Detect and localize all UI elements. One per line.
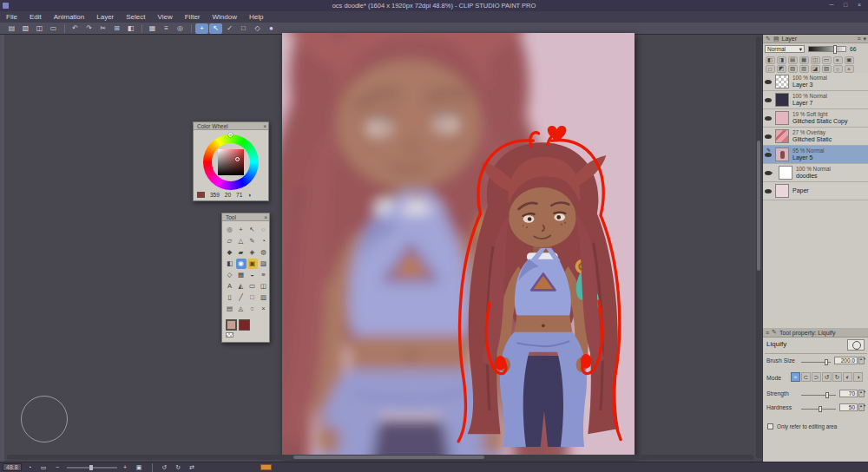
menu-icon[interactable]: ≡ xyxy=(833,56,843,64)
strength-slider[interactable] xyxy=(801,395,836,396)
panel-icon[interactable]: ▣ xyxy=(845,56,854,64)
maximize-button[interactable]: □ xyxy=(838,0,852,11)
layer-name[interactable]: doodles xyxy=(796,173,818,179)
tool-icon[interactable]: ○ xyxy=(247,304,258,314)
hardness-slider[interactable] xyxy=(801,409,836,410)
hue-marker[interactable] xyxy=(228,133,233,137)
export-icon[interactable]: ▭ xyxy=(47,23,60,34)
vertical-scrollbar[interactable] xyxy=(756,36,761,458)
saturation-value-square[interactable] xyxy=(218,149,244,175)
move-tool-icon[interactable]: + xyxy=(195,23,208,34)
layer-row[interactable]: 100 % Normal Layer 7 xyxy=(763,91,868,109)
palette-icon[interactable]: ▤ xyxy=(773,36,779,43)
layer-visibility-toggle[interactable] xyxy=(765,116,772,121)
tool-icon[interactable]: + xyxy=(236,225,247,235)
record-icon[interactable]: ● xyxy=(265,23,278,34)
menu-file[interactable]: File xyxy=(0,11,23,23)
strength-slider-thumb[interactable] xyxy=(825,392,829,398)
brush-size-value[interactable]: 200.0 xyxy=(834,357,858,364)
rotate-cw-icon[interactable]: ↻ xyxy=(174,463,183,472)
layer-tab-label[interactable]: Layer xyxy=(782,36,798,42)
delete-layer-icon[interactable]: × xyxy=(845,65,854,73)
layer-thumbnail[interactable] xyxy=(775,75,789,88)
tool-icon[interactable]: ▦ xyxy=(236,270,247,280)
strength-value[interactable]: 70 xyxy=(839,390,858,397)
tool-icon[interactable]: ◫ xyxy=(259,281,269,292)
layer-row-selected[interactable]: ✎ 95 % Normal Layer 5 xyxy=(763,146,868,164)
tool-icon[interactable]: ◒ xyxy=(247,270,258,280)
draft-icon[interactable]: ▨ xyxy=(788,65,798,73)
brush-tool-icon-active[interactable]: ◉ xyxy=(236,259,247,269)
tool-icon[interactable]: ◈ xyxy=(247,247,258,258)
vertical-scrollbar-thumb[interactable] xyxy=(757,141,760,271)
layer-thumbnail[interactable] xyxy=(775,184,789,198)
menu-animation[interactable]: Animation xyxy=(48,11,91,23)
tool-icon[interactable]: ▯ xyxy=(225,292,235,303)
tool-icon[interactable]: ◍ xyxy=(259,247,269,258)
settings-icon[interactable]: ≡ xyxy=(160,23,173,34)
mode-expand-icon[interactable]: ⊂ xyxy=(801,372,811,382)
flip-horizontal-icon[interactable]: ⇄ xyxy=(187,463,197,472)
lock-icon[interactable]: □ xyxy=(766,65,775,73)
tool-icon[interactable]: △ xyxy=(236,236,247,246)
blend-mode-select[interactable]: Normal ▾ xyxy=(765,45,805,53)
palette-color-icon[interactable]: ◪ xyxy=(811,65,820,73)
line-tool-icon[interactable]: ╱ xyxy=(236,292,247,303)
fit-screen-icon[interactable]: ▣ xyxy=(135,463,144,472)
eye-all-icon[interactable]: ○ xyxy=(833,65,843,73)
layer-opacity-slider[interactable] xyxy=(808,46,846,52)
tool-icon[interactable]: ↖ xyxy=(247,225,258,235)
layer-thumbnail[interactable] xyxy=(775,111,789,125)
tool-icon[interactable]: ◆ xyxy=(225,247,235,258)
tool-icon[interactable]: ◌ xyxy=(259,225,269,235)
tool-icon[interactable]: ◬ xyxy=(236,304,247,314)
sub-color-swatch[interactable] xyxy=(239,319,250,331)
undo-icon[interactable]: ↶ xyxy=(69,23,82,34)
main-color-swatch[interactable] xyxy=(226,319,237,331)
new-layer-icon[interactable]: ▤ xyxy=(788,56,798,64)
zoom-value[interactable]: 48.8 xyxy=(3,463,22,471)
document-canvas[interactable] xyxy=(282,33,635,456)
zoom-slider-thumb[interactable] xyxy=(89,465,93,470)
tool-icon[interactable]: ◎ xyxy=(225,225,235,235)
reference-icon[interactable]: ▥ xyxy=(799,65,809,73)
new-folder-icon[interactable]: ▦ xyxy=(799,56,809,64)
layer-row[interactable]: Paper xyxy=(763,182,868,200)
tool-icon[interactable]: ▤ xyxy=(225,304,235,314)
layer-name[interactable]: Glitched Static Copy xyxy=(792,118,847,124)
page-icon[interactable]: ▭ xyxy=(39,463,49,472)
layer-row[interactable]: 100 % Normal Layer 3 xyxy=(763,73,868,91)
layer-name[interactable]: Layer 5 xyxy=(792,154,812,161)
hardness-slider-thumb[interactable] xyxy=(819,406,822,412)
menu-select[interactable]: Select xyxy=(120,11,151,23)
tool-icon[interactable]: □ xyxy=(247,292,258,303)
mode-soften-icon[interactable]: ◐ xyxy=(843,372,852,382)
spinner-control[interactable]: ▲▼ xyxy=(858,357,865,364)
color-wheel-panel-title[interactable]: Color Wheel × xyxy=(194,122,268,130)
tool-icon[interactable]: ▨ xyxy=(259,259,269,269)
frame-icon[interactable]: □ xyxy=(237,23,250,34)
menu-layer[interactable]: Layer xyxy=(90,11,120,23)
tool-icon[interactable]: ◧ xyxy=(225,259,235,269)
mode-twirl-ccw-icon[interactable]: ↺ xyxy=(822,372,832,382)
tool-icon[interactable]: × xyxy=(259,304,269,314)
layer-name[interactable]: Paper xyxy=(792,187,809,193)
fill-icon[interactable]: ▦ xyxy=(146,23,159,34)
zoom-in-icon[interactable]: + xyxy=(121,463,130,472)
layer-visibility-toggle[interactable] xyxy=(765,134,772,139)
wheel-mode-icon[interactable]: ◑ xyxy=(247,192,251,198)
close-button[interactable]: × xyxy=(852,0,866,11)
layer-row[interactable]: 27 % Overlay Glitched Static xyxy=(763,128,868,146)
brush-shape-preview[interactable] xyxy=(847,339,865,351)
mode-push-icon[interactable]: ≈ xyxy=(791,372,800,382)
layer-name[interactable]: Layer 7 xyxy=(792,100,812,106)
menu-icon[interactable]: ≡ xyxy=(766,330,769,336)
chevron-down-icon[interactable]: ▾ xyxy=(863,36,866,43)
blend-icon[interactable]: ◨ xyxy=(777,56,786,64)
layer-thumbnail[interactable] xyxy=(775,93,789,107)
tool-icon[interactable]: ≡ xyxy=(259,270,269,280)
save-icon[interactable]: ◫ xyxy=(33,23,46,34)
rotate-ccw-icon[interactable]: ↺ xyxy=(160,463,169,472)
zoom-out-icon[interactable]: − xyxy=(53,463,62,472)
paste-icon[interactable]: ◧ xyxy=(124,23,137,34)
